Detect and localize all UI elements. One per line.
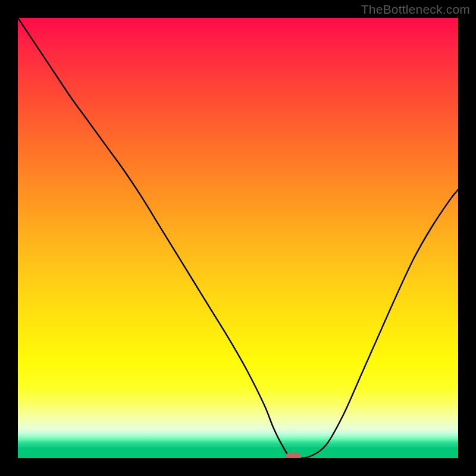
watermark-text: TheBottleneck.com: [361, 2, 470, 17]
bottleneck-curve: [18, 18, 458, 458]
plot-area: [18, 18, 458, 458]
curve-svg: [18, 18, 458, 458]
optimal-marker: [286, 452, 301, 458]
